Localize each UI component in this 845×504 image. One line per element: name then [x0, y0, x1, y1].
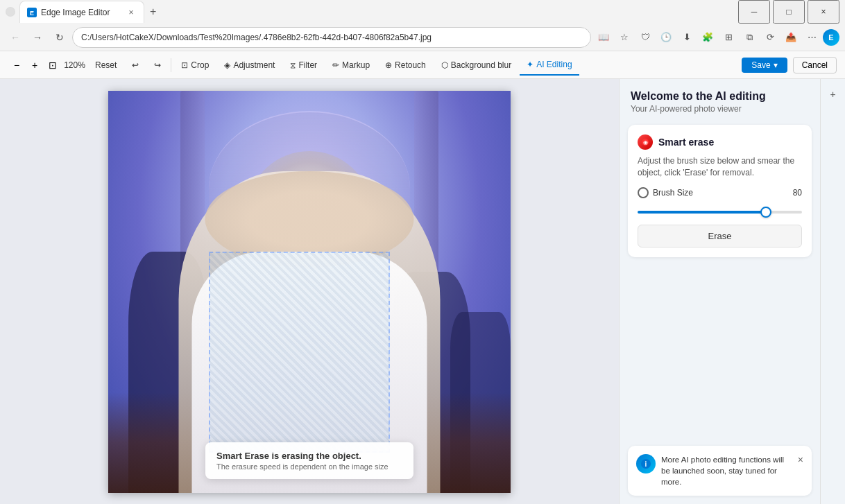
panel-title: Welcome to the AI editing	[631, 90, 809, 103]
tab-close-button[interactable]: ×	[126, 7, 137, 18]
address-bar[interactable]	[72, 27, 591, 48]
undo-button[interactable]: ↩	[125, 55, 146, 76]
read-mode-button[interactable]: 📖	[594, 28, 613, 47]
right-panel: Welcome to the AI editing Your AI-powere…	[619, 79, 820, 504]
minimize-button[interactable]: ─	[738, 0, 770, 24]
title-bar: E Edge Image Editor × + ─ □ ×	[0, 0, 845, 24]
brush-size-row: Brush Size 80	[638, 187, 802, 198]
history-button[interactable]: 🕒	[656, 28, 676, 47]
brush-size-label-text: Brush Size	[653, 188, 693, 198]
smart-erase-card: ◉ Smart erase Adjust the brush size belo…	[628, 125, 812, 257]
new-tab-button[interactable]: +	[144, 6, 162, 18]
zoom-out-button[interactable]: −	[8, 57, 25, 73]
svg-text:i: i	[645, 460, 647, 468]
settings-button[interactable]: ⋯	[802, 28, 821, 47]
save-button[interactable]: Save ▾	[742, 58, 787, 73]
brush-label: Brush Size	[638, 187, 693, 198]
notification-close-button[interactable]: ×	[798, 454, 803, 465]
favorites-button[interactable]: ☆	[615, 28, 634, 47]
app-icon	[6, 7, 15, 17]
tab-bar: E Edge Image Editor × +	[19, 1, 734, 23]
adjustment-label: Adjustment	[233, 60, 275, 70]
filter-icon: ⧖	[290, 60, 296, 70]
ai-editing-label: AI Editing	[536, 60, 572, 69]
collections-button[interactable]: ⊞	[719, 28, 738, 47]
strip-add-button[interactable]: +	[823, 85, 843, 104]
adjustment-icon: ◈	[224, 60, 230, 70]
smart-erase-icon: ◉	[638, 134, 653, 150]
retouch-icon: ⊕	[385, 60, 392, 70]
browser-essentials-button[interactable]: 🛡	[635, 28, 655, 47]
notification-text: More AI photo editing functions will be …	[661, 454, 792, 487]
retouch-button[interactable]: ⊕ Retouch	[378, 55, 433, 76]
brush-size-value: 80	[793, 188, 802, 198]
erase-selection-overlay	[209, 252, 390, 453]
panel-spacer	[620, 263, 820, 440]
notification-icon: i	[636, 454, 656, 473]
canvas-area: Smart Erase is erasing the object. The e…	[0, 79, 619, 504]
fit-button[interactable]: ⊡	[44, 57, 61, 73]
close-button[interactable]: ×	[808, 0, 839, 24]
right-strip: +	[820, 79, 845, 504]
maximize-button[interactable]: □	[773, 0, 805, 24]
editor-toolbar: − + ⊡ 120% Reset ↩ ↪ ⊡ Crop ◈ Adjustment…	[0, 51, 845, 79]
card-description: Adjust the brush size below and smear th…	[638, 155, 802, 179]
erase-button[interactable]: Erase	[638, 225, 802, 247]
browser-tab[interactable]: E Edge Image Editor ×	[19, 1, 144, 23]
zoom-level: 120%	[62, 60, 87, 70]
more-tools-button[interactable]: ⟳	[760, 28, 780, 47]
back-button[interactable]: ←	[6, 28, 25, 47]
panel-subtitle: Your AI-powered photo viewer	[631, 104, 809, 114]
slider-container	[638, 204, 802, 216]
redo-button[interactable]: ↪	[147, 55, 168, 76]
card-title: Smart erase	[658, 137, 714, 148]
ai-editing-button[interactable]: ✦ AI Editing	[520, 55, 579, 76]
svg-point-0	[6, 8, 15, 16]
image-canvas[interactable]	[108, 91, 511, 493]
window-controls-left	[6, 7, 15, 17]
nav-right-controls: 📖 ☆ 🛡 🕒 ⬇ 🧩 ⊞ ⧉ ⟳ 📤 ⋯ E	[594, 28, 839, 47]
crop-button[interactable]: ⊡ Crop	[174, 55, 216, 76]
window-controls-right: ─ □ ×	[738, 0, 839, 24]
refresh-button[interactable]: ↻	[50, 28, 69, 47]
navigation-bar: ← → ↻ 📖 ☆ 🛡 🕒 ⬇ 🧩 ⊞ ⧉ ⟳ 📤 ⋯ E	[0, 24, 845, 51]
zoom-in-button[interactable]: +	[26, 57, 43, 73]
card-header: ◉ Smart erase	[638, 134, 802, 150]
markup-icon: ✏	[332, 60, 339, 70]
brush-size-icon	[638, 187, 649, 198]
share-button[interactable]: 📤	[781, 28, 801, 47]
forward-button[interactable]: →	[28, 28, 47, 47]
background-blur-label: Background blur	[451, 60, 511, 70]
filter-label: Filter	[298, 60, 317, 70]
image-container[interactable]: Smart Erase is erasing the object. The e…	[108, 91, 511, 493]
brush-size-slider[interactable]	[638, 211, 802, 214]
svg-text:◉: ◉	[643, 139, 648, 146]
crop-label: Crop	[191, 60, 209, 70]
filter-button[interactable]: ⧖ Filter	[283, 55, 324, 76]
tab-favicon: E	[27, 8, 37, 17]
ai-notification: i More AI photo editing functions will b…	[628, 446, 812, 496]
background-blur-button[interactable]: ⬡ Background blur	[434, 55, 518, 76]
editor-wrapper: − + ⊡ 120% Reset ↩ ↪ ⊡ Crop ◈ Adjustment…	[0, 51, 845, 504]
crop-icon: ⊡	[181, 60, 188, 70]
svg-text:E: E	[30, 10, 34, 17]
split-screen-button[interactable]: ⧉	[740, 28, 759, 47]
separator	[171, 58, 171, 72]
ai-editing-icon: ✦	[527, 60, 534, 69]
smart-erase-toast: Smart Erase is erasing the object. The e…	[205, 442, 413, 479]
toast-title: Smart Erase is erasing the object.	[216, 451, 402, 461]
tab-title: Edge Image Editor	[41, 8, 121, 17]
cancel-button[interactable]: Cancel	[793, 57, 837, 73]
markup-label: Markup	[342, 60, 370, 70]
downloads-button[interactable]: ⬇	[677, 28, 697, 47]
edge-profile-icon[interactable]: E	[823, 29, 839, 46]
main-content: Smart Erase is erasing the object. The e…	[0, 79, 845, 504]
extensions-button[interactable]: 🧩	[698, 28, 717, 47]
markup-button[interactable]: ✏ Markup	[325, 55, 377, 76]
reset-button[interactable]: Reset	[88, 55, 123, 76]
adjustment-button[interactable]: ◈ Adjustment	[217, 55, 282, 76]
background-blur-icon: ⬡	[441, 60, 448, 70]
toast-description: The erasure speed is dependent on the im…	[216, 462, 402, 471]
retouch-label: Retouch	[395, 60, 426, 70]
zoom-controls: − + ⊡ 120%	[8, 57, 87, 73]
